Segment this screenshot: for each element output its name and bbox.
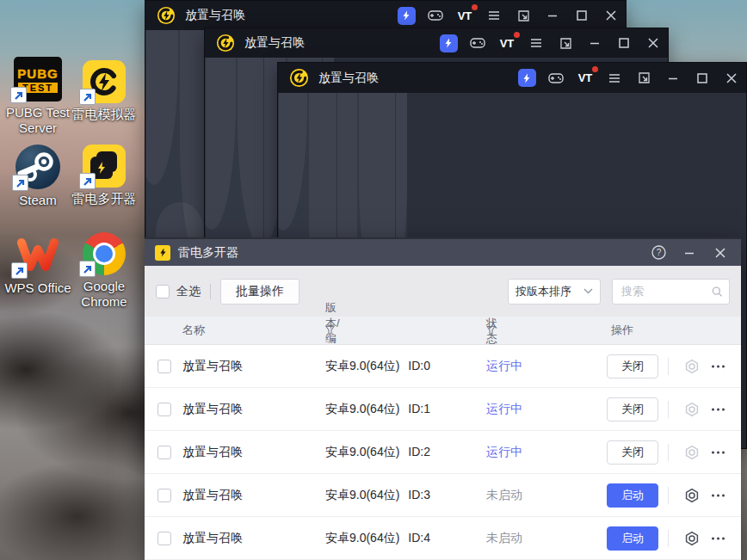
notification-dot (514, 32, 520, 38)
desktop-icon-ldplayer[interactable]: 雷电模拟器 (71, 60, 138, 122)
settings-gear-icon[interactable] (684, 402, 700, 417)
boost-icon[interactable] (392, 1, 421, 30)
titlebar[interactable]: 放置与召唤 VT (278, 63, 746, 93)
status-badge: 未启动 (486, 531, 522, 546)
shortcut-arrow-icon (11, 262, 28, 279)
toolbar: 全选 批量操作 按版本排序 (145, 266, 741, 317)
search-box[interactable] (612, 279, 730, 305)
more-options-icon[interactable] (712, 451, 725, 453)
gamepad-icon[interactable] (421, 1, 450, 30)
more-options-icon[interactable] (712, 365, 725, 367)
more-options-icon[interactable] (712, 408, 725, 410)
desktop-icon-label: PUBG Test Server (4, 105, 71, 136)
minimize-button[interactable] (538, 1, 567, 30)
row-checkbox[interactable] (157, 489, 171, 502)
menu-icon[interactable] (522, 28, 551, 58)
sort-dropdown[interactable]: 按版本排序 (508, 279, 601, 305)
vt-indicator[interactable]: VT (492, 28, 522, 58)
settings-gear-icon[interactable] (684, 488, 700, 503)
settings-gear-icon[interactable] (684, 531, 700, 546)
start-button[interactable]: 启动 (607, 526, 658, 551)
instance-version: 安卓9.0(64位)ID:2 (325, 445, 430, 460)
maximize-button[interactable] (567, 1, 596, 30)
search-icon (712, 286, 722, 298)
search-input[interactable] (620, 284, 712, 298)
help-button[interactable]: ? (643, 239, 674, 266)
chrome-icon (83, 232, 126, 275)
gamepad-icon[interactable] (463, 28, 492, 58)
instance-version: 安卓9.0(64位)ID:3 (325, 488, 430, 503)
header-status[interactable]: 状态 (486, 326, 496, 335)
instance-version: 安卓9.0(64位)ID:4 (325, 531, 430, 546)
multiplayer-manager-window: 雷电多开器 ? 全选 批量操作 按版本排序 (145, 237, 741, 560)
ld-multiplayer-icon (83, 145, 126, 188)
desktop-icon-ld-multiplayer[interactable]: 雷电多开器 (71, 145, 138, 206)
close-button[interactable] (639, 28, 668, 58)
more-options-icon[interactable] (712, 537, 725, 539)
row-checkbox[interactable] (157, 360, 171, 373)
titlebar[interactable]: 放置与召唤 VT (145, 1, 626, 30)
desktop-icon-label: 雷电模拟器 (72, 107, 137, 122)
notification-dot (592, 66, 598, 72)
gamepad-icon[interactable] (541, 63, 571, 93)
notification-dot (472, 4, 478, 10)
chevron-down-icon (583, 288, 593, 294)
maximize-button[interactable] (688, 63, 717, 93)
row-checkbox[interactable] (157, 532, 171, 545)
boost-icon[interactable] (512, 63, 541, 93)
popout-icon[interactable] (551, 28, 580, 58)
divider (210, 284, 211, 299)
boost-icon[interactable] (434, 28, 463, 58)
minimize-button[interactable] (580, 28, 609, 58)
shortcut-arrow-icon (79, 173, 96, 189)
close-button[interactable] (717, 63, 746, 93)
window-title: 雷电多开器 (178, 245, 238, 261)
select-all-checkbox[interactable] (156, 285, 170, 298)
batch-operations-button[interactable]: 批量操作 (220, 279, 299, 305)
ldplayer-logo-icon (289, 68, 309, 88)
more-options-icon[interactable] (712, 494, 725, 496)
minimize-button[interactable] (658, 63, 688, 93)
vt-indicator[interactable]: VT (450, 1, 479, 30)
pubg-icon: PUBG TEST (14, 57, 62, 102)
window-title: 放置与召唤 (318, 71, 379, 86)
shortcut-arrow-icon (10, 87, 27, 103)
steam-icon (15, 145, 60, 189)
table-row: 放置与召唤 安卓9.0(64位)ID:2 运行中 关闭 (145, 431, 741, 474)
stop-button[interactable]: 关闭 (607, 397, 658, 422)
status-badge: 运行中 (486, 402, 522, 417)
vt-indicator[interactable]: VT (571, 63, 600, 93)
wps-icon (15, 232, 61, 277)
desktop-icon-wps[interactable]: WPS Office (4, 232, 71, 296)
desktop-icon-chrome[interactable]: Google Chrome (71, 232, 138, 310)
titlebar[interactable]: 雷电多开器 ? (145, 239, 741, 266)
instance-version: 安卓9.0(64位)ID:1 (325, 402, 430, 417)
settings-gear-icon[interactable] (684, 445, 700, 460)
shortcut-arrow-icon (12, 175, 28, 191)
popout-icon[interactable] (509, 1, 538, 30)
pubg-icon-text: PUBG (17, 66, 58, 81)
header-version[interactable]: 版本/编号 (325, 326, 335, 335)
menu-icon[interactable] (600, 63, 629, 93)
close-button[interactable] (705, 239, 736, 266)
titlebar[interactable]: 放置与召唤 VT (205, 28, 668, 58)
row-checkbox[interactable] (157, 446, 171, 459)
close-button[interactable] (596, 1, 626, 30)
minimize-button[interactable] (674, 239, 705, 266)
stop-button[interactable]: 关闭 (607, 354, 658, 378)
row-checkbox[interactable] (157, 403, 171, 416)
settings-gear-icon[interactable] (684, 359, 700, 374)
divider (668, 530, 669, 547)
status-badge: 未启动 (486, 488, 522, 503)
instance-name: 放置与召唤 (182, 445, 243, 460)
desktop-icon-pubg[interactable]: PUBG TEST PUBG Test Server (4, 57, 71, 136)
menu-icon[interactable] (479, 1, 509, 30)
svg-text:?: ? (656, 248, 661, 257)
desktop-icon-steam[interactable]: Steam (4, 145, 71, 208)
ldplayer-logo-icon (216, 34, 235, 52)
start-button[interactable]: 启动 (607, 483, 658, 508)
stop-button[interactable]: 关闭 (607, 440, 658, 465)
popout-icon[interactable] (629, 63, 658, 93)
ldplayer-icon (83, 60, 126, 103)
maximize-button[interactable] (609, 28, 639, 58)
